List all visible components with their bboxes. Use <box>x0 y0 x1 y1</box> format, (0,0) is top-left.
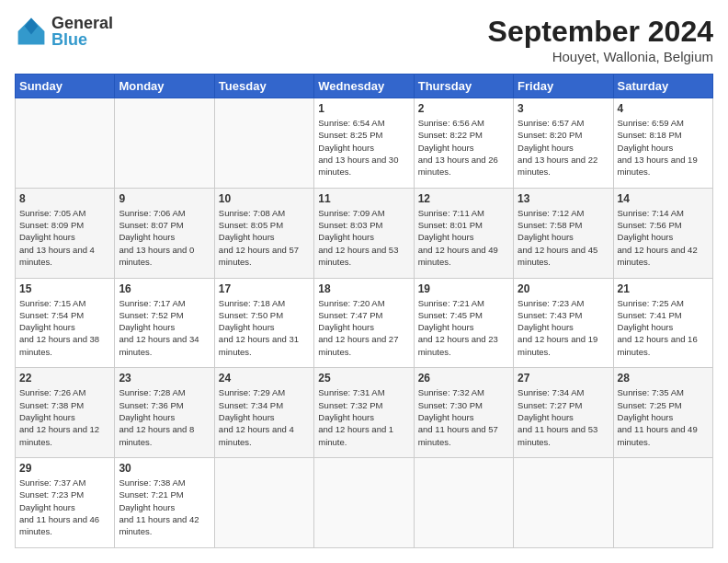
day-number: 14 <box>618 192 709 205</box>
table-row <box>514 458 613 548</box>
day-info: Sunrise: 7:23 AMSunset: 7:43 PMDaylight … <box>518 297 609 358</box>
day-number: 2 <box>418 102 509 115</box>
day-number: 10 <box>219 192 310 205</box>
table-row <box>16 98 115 189</box>
col-friday: Friday <box>514 75 613 98</box>
day-number: 12 <box>418 192 509 205</box>
day-info: Sunrise: 7:09 AMSunset: 8:03 PMDaylight … <box>318 207 409 268</box>
day-info: Sunrise: 7:06 AMSunset: 8:07 PMDaylight … <box>119 207 210 268</box>
col-sunday: Sunday <box>16 75 115 98</box>
table-row: 11Sunrise: 7:09 AMSunset: 8:03 PMDayligh… <box>314 188 414 278</box>
day-info: Sunrise: 7:38 AMSunset: 7:21 PMDaylight … <box>119 477 210 537</box>
table-row: 20Sunrise: 7:23 AMSunset: 7:43 PMDayligh… <box>514 278 613 368</box>
day-number: 16 <box>119 282 210 295</box>
table-row: 25Sunrise: 7:31 AMSunset: 7:32 PMDayligh… <box>314 368 414 458</box>
day-number: 3 <box>518 102 609 115</box>
day-number: 1 <box>318 102 409 115</box>
table-row <box>613 458 712 548</box>
day-number: 18 <box>318 282 409 295</box>
table-row <box>414 458 513 548</box>
table-row: 19Sunrise: 7:21 AMSunset: 7:45 PMDayligh… <box>414 278 513 368</box>
day-info: Sunrise: 7:12 AMSunset: 7:58 PMDaylight … <box>518 207 609 268</box>
day-number: 24 <box>219 372 310 385</box>
col-saturday: Saturday <box>613 75 712 98</box>
day-info: Sunrise: 7:31 AMSunset: 7:32 PMDaylight … <box>318 386 409 447</box>
page: General Blue September 2024 Houyet, Wall… <box>0 0 728 563</box>
location: Houyet, Wallonia, Belgium <box>488 49 713 64</box>
day-number: 23 <box>119 372 210 385</box>
title-block: September 2024 Houyet, Wallonia, Belgium <box>488 15 713 64</box>
day-number: 11 <box>318 192 409 205</box>
logo-text: General Blue <box>51 15 113 48</box>
table-row: 12Sunrise: 7:11 AMSunset: 8:01 PMDayligh… <box>414 188 513 278</box>
day-number: 22 <box>19 372 110 385</box>
day-info: Sunrise: 6:59 AMSunset: 8:18 PMDaylight … <box>618 117 709 178</box>
day-info: Sunrise: 7:28 AMSunset: 7:36 PMDaylight … <box>119 386 210 447</box>
day-number: 28 <box>618 372 709 385</box>
day-info: Sunrise: 7:11 AMSunset: 8:01 PMDaylight … <box>418 207 509 268</box>
day-info: Sunrise: 7:17 AMSunset: 7:52 PMDaylight … <box>119 297 210 358</box>
table-row: 22Sunrise: 7:26 AMSunset: 7:38 PMDayligh… <box>16 368 115 458</box>
logo-icon <box>15 15 48 48</box>
day-number: 8 <box>19 192 110 205</box>
day-number: 27 <box>518 372 609 385</box>
table-row: 2Sunrise: 6:56 AMSunset: 8:22 PMDaylight… <box>414 98 513 189</box>
day-info: Sunrise: 7:25 AMSunset: 7:41 PMDaylight … <box>618 297 709 358</box>
col-tuesday: Tuesday <box>214 75 313 98</box>
day-number: 17 <box>219 282 310 295</box>
col-thursday: Thursday <box>414 75 513 98</box>
calendar-week-2: 15Sunrise: 7:15 AMSunset: 7:54 PMDayligh… <box>16 278 713 368</box>
day-number: 9 <box>119 192 210 205</box>
month-title: September 2024 <box>488 15 713 49</box>
table-row: 10Sunrise: 7:08 AMSunset: 8:05 PMDayligh… <box>214 188 313 278</box>
day-info: Sunrise: 6:56 AMSunset: 8:22 PMDaylight … <box>418 117 509 178</box>
day-info: Sunrise: 6:57 AMSunset: 8:20 PMDaylight … <box>518 117 609 178</box>
day-info: Sunrise: 7:14 AMSunset: 7:56 PMDaylight … <box>618 207 709 268</box>
day-number: 13 <box>518 192 609 205</box>
day-number: 26 <box>418 372 509 385</box>
table-row: 30Sunrise: 7:38 AMSunset: 7:21 PMDayligh… <box>115 458 214 548</box>
table-row: 29Sunrise: 7:37 AMSunset: 7:23 PMDayligh… <box>16 458 115 548</box>
logo-line2: Blue <box>51 31 113 48</box>
day-info: Sunrise: 7:26 AMSunset: 7:38 PMDaylight … <box>19 386 110 447</box>
table-row: 4Sunrise: 6:59 AMSunset: 8:18 PMDaylight… <box>613 98 712 189</box>
table-row: 18Sunrise: 7:20 AMSunset: 7:47 PMDayligh… <box>314 278 414 368</box>
table-row <box>115 98 214 189</box>
calendar-week-1: 8Sunrise: 7:05 AMSunset: 8:09 PMDaylight… <box>16 188 713 278</box>
table-row: 15Sunrise: 7:15 AMSunset: 7:54 PMDayligh… <box>16 278 115 368</box>
header: General Blue September 2024 Houyet, Wall… <box>15 15 713 64</box>
day-number: 15 <box>19 282 110 295</box>
table-row: 26Sunrise: 7:32 AMSunset: 7:30 PMDayligh… <box>414 368 513 458</box>
table-row: 23Sunrise: 7:28 AMSunset: 7:36 PMDayligh… <box>115 368 214 458</box>
day-info: Sunrise: 7:21 AMSunset: 7:45 PMDaylight … <box>418 297 509 358</box>
day-info: Sunrise: 7:37 AMSunset: 7:23 PMDaylight … <box>19 477 110 537</box>
table-row: 27Sunrise: 7:34 AMSunset: 7:27 PMDayligh… <box>514 368 613 458</box>
logo: General Blue <box>15 15 113 48</box>
table-row: 14Sunrise: 7:14 AMSunset: 7:56 PMDayligh… <box>613 188 712 278</box>
day-number: 20 <box>518 282 609 295</box>
day-info: Sunrise: 7:32 AMSunset: 7:30 PMDaylight … <box>418 386 509 447</box>
table-row: 8Sunrise: 7:05 AMSunset: 8:09 PMDaylight… <box>16 188 115 278</box>
table-row <box>214 98 313 189</box>
table-row <box>214 458 313 548</box>
logo-line1: General <box>51 15 113 31</box>
calendar-week-0: 1Sunrise: 6:54 AMSunset: 8:25 PMDaylight… <box>16 98 713 189</box>
day-info: Sunrise: 7:05 AMSunset: 8:09 PMDaylight … <box>19 207 110 268</box>
day-number: 21 <box>618 282 709 295</box>
table-row: 3Sunrise: 6:57 AMSunset: 8:20 PMDaylight… <box>514 98 613 189</box>
calendar-week-3: 22Sunrise: 7:26 AMSunset: 7:38 PMDayligh… <box>16 368 713 458</box>
table-row: 16Sunrise: 7:17 AMSunset: 7:52 PMDayligh… <box>115 278 214 368</box>
day-info: Sunrise: 7:29 AMSunset: 7:34 PMDaylight … <box>219 386 310 447</box>
day-info: Sunrise: 7:15 AMSunset: 7:54 PMDaylight … <box>19 297 110 358</box>
day-info: Sunrise: 7:35 AMSunset: 7:25 PMDaylight … <box>618 386 709 447</box>
table-row <box>314 458 414 548</box>
table-row: 9Sunrise: 7:06 AMSunset: 8:07 PMDaylight… <box>115 188 214 278</box>
day-number: 29 <box>19 462 110 475</box>
day-number: 30 <box>119 462 210 475</box>
table-row: 28Sunrise: 7:35 AMSunset: 7:25 PMDayligh… <box>613 368 712 458</box>
col-wednesday: Wednesday <box>314 75 414 98</box>
day-info: Sunrise: 7:20 AMSunset: 7:47 PMDaylight … <box>318 297 409 358</box>
day-number: 25 <box>318 372 409 385</box>
calendar-header-row: Sunday Monday Tuesday Wednesday Thursday… <box>16 75 713 98</box>
day-info: Sunrise: 7:34 AMSunset: 7:27 PMDaylight … <box>518 386 609 447</box>
